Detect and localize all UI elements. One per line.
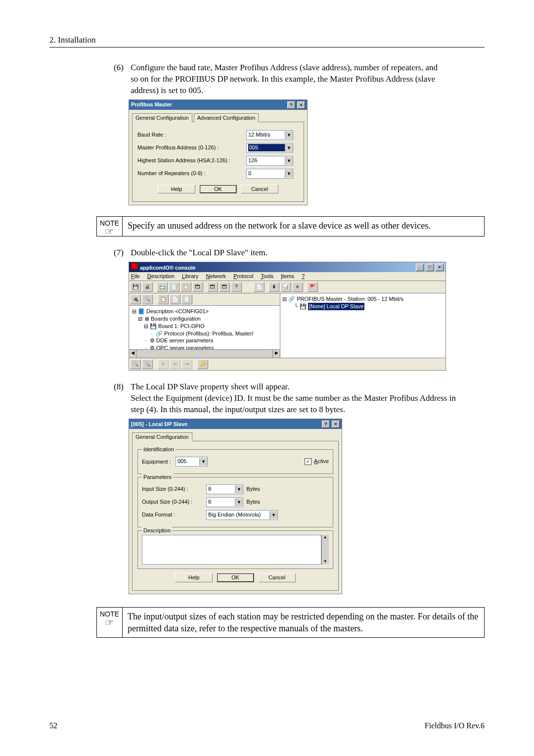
- dlg2-title: [005] - Local DP Slave: [131, 421, 187, 428]
- tool-icon: =: [158, 359, 169, 369]
- help-button[interactable]: Help: [175, 573, 213, 582]
- active-checkbox[interactable]: ✓: [305, 458, 312, 465]
- tool-icon[interactable]: 📄: [170, 294, 180, 304]
- repeaters-select[interactable]: 0▼: [246, 169, 293, 179]
- tool-icon[interactable]: ⬇: [268, 282, 279, 292]
- step7-text: Double-click the "Local DP Slave" item.: [131, 247, 447, 259]
- minimize-icon[interactable]: _: [416, 264, 424, 271]
- profibus-master-dialog: Profibus Master ? × General Configuratio…: [129, 99, 308, 206]
- local-dp-slave-dialog: [005] - Local DP Slave ? × General Confi…: [129, 419, 342, 594]
- bytes-label: Bytes: [246, 498, 260, 506]
- scroll-down-icon[interactable]: ▼: [323, 559, 327, 565]
- active-label: Active: [314, 458, 329, 464]
- section-header: 2. Installation: [49, 35, 485, 46]
- local-dp-slave-node[interactable]: [None] Local DP Slave: [308, 303, 364, 310]
- scrollbar[interactable]: ▲▼: [321, 535, 329, 565]
- tool-icon[interactable]: 🗔: [207, 282, 218, 292]
- master-address-label: Master Profibus Address (0-126) :: [137, 144, 246, 151]
- console-title: applicomIO® console: [140, 265, 196, 271]
- step6-num: (6): [114, 62, 129, 74]
- tab-general-configuration[interactable]: General Configuration: [132, 432, 192, 441]
- tool-icon[interactable]: ≡: [292, 282, 303, 292]
- close-icon[interactable]: ×: [436, 264, 444, 271]
- print-icon[interactable]: 🖨: [142, 282, 153, 292]
- menu-description[interactable]: Description: [147, 273, 175, 279]
- close-icon[interactable]: ×: [332, 421, 340, 428]
- equipment-label: Equipment :: [142, 458, 171, 464]
- tool-icon[interactable]: 📑: [181, 294, 192, 304]
- pointing-hand-icon: ☞: [100, 228, 119, 235]
- output-size-select[interactable]: 8▼: [206, 497, 243, 507]
- tool-icon[interactable]: 🔑: [197, 359, 208, 369]
- help-hint-icon[interactable]: ?: [287, 101, 295, 109]
- baud-rate-label: Baud Rate :: [137, 131, 246, 139]
- tool-icon[interactable]: 🔌: [130, 294, 141, 304]
- config-tree[interactable]: ⊟📘 Description <CONFIG01> ⊟🖥 Boards conf…: [129, 306, 280, 349]
- save-icon[interactable]: 💾: [130, 282, 141, 292]
- note-box-1: NOTE ☞ Specify an unused address on the …: [96, 216, 485, 236]
- menu-tools[interactable]: Tools: [261, 273, 273, 279]
- tab-advanced-configuration[interactable]: Advanced Configuration: [194, 113, 259, 122]
- hsa-select[interactable]: 126▼: [246, 156, 293, 166]
- description-group: Description: [142, 527, 172, 534]
- help-button[interactable]: Help: [158, 185, 195, 194]
- help-hint-icon[interactable]: ?: [322, 421, 330, 428]
- tool-icon[interactable]: 📋: [180, 282, 191, 292]
- tool-icon[interactable]: 📊: [280, 282, 291, 292]
- step6-text: Configure the baud rate, Master Profibus…: [131, 62, 447, 96]
- chevron-down-icon: ▼: [285, 131, 293, 139]
- master-address-select[interactable]: 005▼: [246, 143, 293, 153]
- step8-line1: The Local DP Slave property sheet will a…: [131, 382, 289, 391]
- chevron-down-icon: ▼: [285, 144, 293, 152]
- master-node: PROFIBUS Master - Station: 005 - 12 Mbit…: [297, 296, 403, 302]
- flag-icon[interactable]: 🚩: [307, 282, 318, 292]
- menu-network[interactable]: Network: [206, 273, 226, 279]
- equipment-select[interactable]: 005▼: [176, 457, 208, 467]
- description-textarea[interactable]: [142, 535, 321, 565]
- pointing-hand-icon: ☞: [100, 619, 119, 626]
- chevron-down-icon: ▼: [285, 170, 293, 178]
- baud-rate-select[interactable]: 12 Mbit/s▼: [246, 130, 293, 140]
- page-number: 52: [49, 720, 57, 731]
- tab-general-configuration[interactable]: General Configuration: [132, 113, 192, 122]
- tool-icon[interactable]: 📄: [254, 282, 265, 292]
- menu-protocol[interactable]: Protocol: [233, 273, 253, 279]
- chevron-down-icon: ▼: [235, 485, 243, 493]
- note1-text: Specify an unused address on the network…: [123, 217, 484, 236]
- close-icon[interactable]: ×: [297, 101, 305, 109]
- note2-text: The input/output sizes of each station m…: [123, 608, 484, 638]
- cancel-button[interactable]: Cancel: [241, 185, 278, 194]
- chevron-down-icon: ▼: [285, 157, 293, 165]
- tool-icon[interactable]: 🔍: [142, 359, 153, 369]
- scroll-right-icon[interactable]: ▶: [272, 350, 280, 358]
- ok-button[interactable]: OK: [199, 185, 237, 194]
- tool-icon[interactable]: 📋: [158, 294, 169, 304]
- input-size-select[interactable]: 8▼: [206, 484, 243, 494]
- ok-button[interactable]: OK: [217, 573, 254, 582]
- tool-icon[interactable]: 🔍: [130, 359, 141, 369]
- tool-icon[interactable]: 📇: [157, 282, 168, 292]
- tool-icon[interactable]: 📑: [169, 282, 179, 292]
- scroll-left-icon[interactable]: ◀: [129, 350, 136, 358]
- step7-num: (7): [114, 247, 129, 259]
- help-icon[interactable]: ?: [231, 282, 242, 292]
- menubar: File Description Library Network Protoco…: [129, 272, 445, 281]
- maximize-icon[interactable]: □: [426, 264, 434, 271]
- app-icon: [131, 263, 138, 270]
- tool-icon[interactable]: 🗔: [219, 282, 230, 292]
- tool-icon[interactable]: 🔍: [142, 294, 153, 304]
- tool-icon[interactable]: 🗔: [192, 282, 203, 292]
- dlg1-title: Profibus Master: [131, 101, 172, 108]
- menu-library[interactable]: Library: [182, 273, 199, 279]
- menu-help[interactable]: ?: [302, 273, 305, 279]
- data-format-select[interactable]: Big Endian (Motorola)▼: [206, 510, 278, 520]
- chevron-down-icon: ▼: [235, 498, 243, 506]
- slave-tree[interactable]: ⊟ 🔗 PROFIBUS Master - Station: 005 - 12 …: [280, 293, 445, 358]
- chevron-down-icon: ▼: [269, 511, 277, 519]
- cancel-button[interactable]: Cancel: [258, 573, 296, 582]
- chevron-down-icon: ▼: [199, 458, 207, 466]
- scroll-up-icon[interactable]: ▲: [323, 535, 327, 540]
- note-box-2: NOTE ☞ The input/output sizes of each st…: [96, 607, 485, 638]
- menu-items[interactable]: Items: [281, 273, 294, 279]
- menu-file[interactable]: File: [131, 273, 140, 279]
